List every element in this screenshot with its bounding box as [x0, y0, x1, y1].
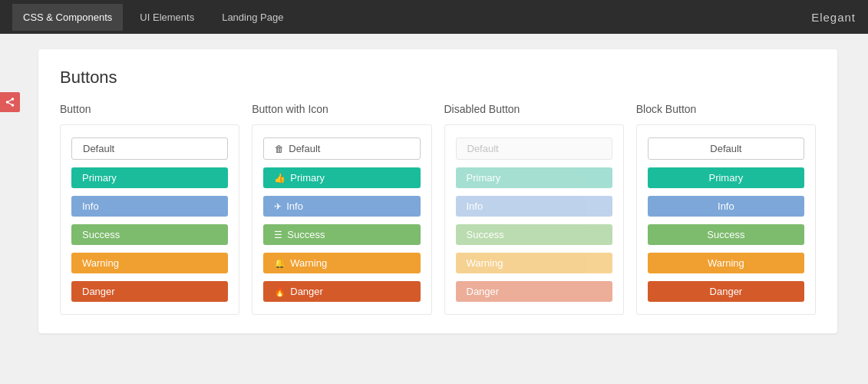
btn-block-default[interactable]: Default: [648, 137, 804, 160]
section-icon-title: Button with Icon: [252, 103, 431, 115]
btn-icon-warning[interactable]: 🔔 Warning: [263, 253, 420, 273]
btn-block-info[interactable]: Info: [648, 196, 804, 217]
nav-landing-page[interactable]: Landing Page: [211, 4, 294, 31]
btn-disabled-primary: Primary: [456, 167, 612, 188]
section-disabled-title: Disabled Button: [444, 103, 624, 115]
navbar: CSS & Components UI Elements Landing Pag…: [0, 0, 868, 34]
list-icon: ☰: [274, 230, 282, 240]
page-title: Buttons: [60, 68, 816, 88]
nav-ui-elements[interactable]: UI Elements: [129, 4, 205, 31]
btn-icon-primary[interactable]: 👍 Primary: [263, 167, 420, 188]
svg-line-3: [8, 99, 13, 102]
section-button-icon: Button with Icon 🗑 Default 👍 Primary ✈ I…: [252, 103, 431, 315]
btn-info[interactable]: Info: [71, 196, 228, 217]
navbar-brand: Elegant: [811, 11, 856, 24]
sidebar-toggle-button[interactable]: [0, 92, 20, 112]
thumbsup-icon: 👍: [274, 173, 285, 184]
section-icon-box: 🗑 Default 👍 Primary ✈ Info ☰ Success: [252, 124, 431, 315]
buttons-card: Buttons Button Default Primary Info Succ…: [38, 49, 837, 333]
section-block-box: Default Primary Info Success Warning Dan…: [636, 124, 816, 315]
btn-disabled-info: Info: [456, 196, 612, 217]
section-disabled-box: Default Primary Info Success Warning Dan…: [444, 124, 624, 315]
btn-default[interactable]: Default: [71, 137, 228, 160]
section-block: Block Button Default Primary Info Succes…: [636, 103, 816, 315]
section-button-title: Button: [60, 103, 239, 115]
button-sections: Button Default Primary Info Success Warn…: [60, 103, 816, 315]
btn-block-primary[interactable]: Primary: [648, 167, 804, 188]
plane-icon: ✈: [274, 201, 282, 212]
btn-block-danger[interactable]: Danger: [648, 281, 804, 302]
btn-icon-danger[interactable]: 🔥 Danger: [263, 281, 420, 302]
svg-line-4: [8, 102, 13, 105]
btn-icon-success[interactable]: ☰ Success: [263, 224, 420, 245]
fire-icon: 🔥: [274, 286, 285, 297]
btn-block-success[interactable]: Success: [648, 224, 804, 245]
btn-disabled-warning: Warning: [456, 253, 612, 273]
btn-block-warning[interactable]: Warning: [648, 253, 804, 273]
nav-css-components[interactable]: CSS & Components: [12, 4, 123, 31]
share-icon: [5, 97, 15, 108]
main-content: Buttons Button Default Primary Info Succ…: [0, 34, 868, 349]
btn-warning[interactable]: Warning: [71, 253, 228, 273]
btn-disabled-default: Default: [456, 137, 612, 160]
section-disabled: Disabled Button Default Primary Info Suc…: [444, 103, 624, 315]
btn-icon-default[interactable]: 🗑 Default: [263, 137, 420, 160]
section-button: Button Default Primary Info Success Warn…: [60, 103, 239, 315]
btn-disabled-success: Success: [456, 224, 612, 245]
section-block-title: Block Button: [636, 103, 816, 115]
section-button-box: Default Primary Info Success Warning Dan…: [60, 124, 239, 315]
btn-danger[interactable]: Danger: [71, 281, 228, 302]
navbar-left: CSS & Components UI Elements Landing Pag…: [12, 4, 294, 31]
bell-icon: 🔔: [274, 258, 285, 269]
btn-primary[interactable]: Primary: [71, 167, 228, 188]
btn-icon-info[interactable]: ✈ Info: [263, 196, 420, 217]
trash-icon: 🗑: [275, 144, 284, 154]
btn-disabled-danger: Danger: [456, 281, 612, 302]
btn-success[interactable]: Success: [71, 224, 228, 245]
